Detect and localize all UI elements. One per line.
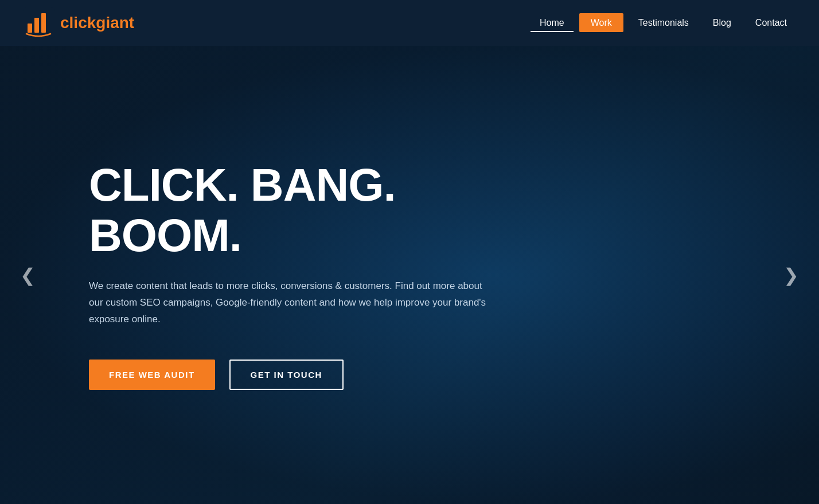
nav-link-blog[interactable]: Blog bbox=[704, 13, 740, 32]
nav-item-home[interactable]: Home bbox=[531, 18, 574, 28]
nav-item-work[interactable]: Work bbox=[579, 18, 623, 28]
hero-title: CLICK. BANG. BOOM. bbox=[89, 160, 516, 261]
carousel-next-button[interactable]: ❯ bbox=[778, 259, 805, 292]
nav-link-contact[interactable]: Contact bbox=[746, 13, 796, 32]
svg-rect-3 bbox=[41, 13, 46, 33]
nav-link-work[interactable]: Work bbox=[579, 13, 623, 32]
logo[interactable]: clickgiant bbox=[23, 7, 134, 39]
nav-item-contact[interactable]: Contact bbox=[746, 18, 796, 28]
svg-rect-1 bbox=[28, 24, 32, 33]
nav-link-home[interactable]: Home bbox=[531, 13, 574, 32]
logo-icon bbox=[23, 7, 54, 39]
nav-links: Home Work Testimonials Blog Contact bbox=[531, 18, 796, 28]
chevron-left-icon: ❮ bbox=[20, 265, 36, 286]
navbar: clickgiant Home Work Testimonials Blog C… bbox=[0, 0, 819, 46]
hero-buttons: FREE WEB AUDIT GET IN TOUCH bbox=[89, 360, 516, 390]
svg-rect-2 bbox=[34, 18, 39, 33]
nav-item-blog[interactable]: Blog bbox=[704, 18, 740, 28]
nav-link-testimonials[interactable]: Testimonials bbox=[629, 13, 698, 32]
nav-item-testimonials[interactable]: Testimonials bbox=[629, 18, 698, 28]
get-in-touch-button[interactable]: GET IN TOUCH bbox=[229, 360, 344, 390]
free-web-audit-button[interactable]: FREE WEB AUDIT bbox=[89, 360, 215, 390]
hero-content: CLICK. BANG. BOOM. We create content tha… bbox=[0, 160, 516, 390]
chevron-right-icon: ❯ bbox=[783, 265, 799, 286]
logo-text: clickgiant bbox=[60, 14, 134, 32]
hero-section: ❮ CLICK. BANG. BOOM. We create content t… bbox=[0, 46, 819, 504]
carousel-prev-button[interactable]: ❮ bbox=[14, 259, 41, 292]
hero-description: We create content that leads to more cli… bbox=[89, 278, 490, 328]
